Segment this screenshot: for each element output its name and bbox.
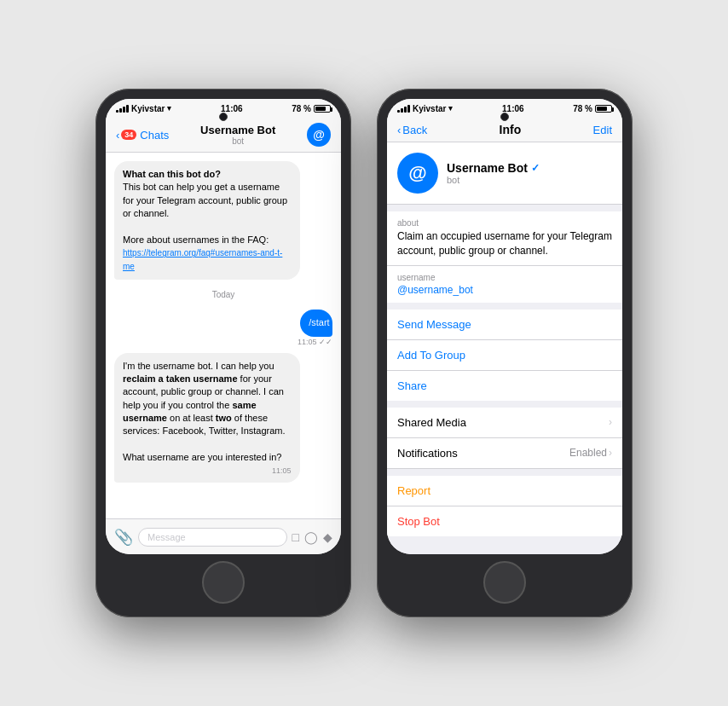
stop-bot-action[interactable]: Stop Bot [387, 506, 622, 536]
notifications-status: Enabled [569, 447, 607, 459]
sent-time: 11:05 ✓✓ [298, 338, 332, 346]
signal-icon-right [397, 105, 410, 113]
sent-text: /start [309, 317, 329, 327]
bot-info: Username Bot ✓ bot [447, 161, 540, 185]
battery-icon-right [595, 105, 612, 113]
message-1: What can this bot do? This bot can help … [114, 161, 300, 280]
input-icons: □ ◯ ◆ [292, 530, 332, 544]
info-nav: ‹ Back Info Edit [387, 118, 622, 142]
about-row: about Claim an occupied username for you… [387, 211, 622, 266]
chat-subtitle: bot [200, 136, 275, 146]
chevron-icon-media: › [609, 416, 612, 428]
bot-type: bot [447, 175, 540, 185]
battery-icon-left [314, 105, 331, 113]
msg2-bold3: two [216, 413, 232, 423]
input-bar: 📎 Message □ ◯ ◆ [106, 518, 341, 554]
info-title: Info [500, 123, 522, 136]
back-label-left: Chats [140, 129, 169, 142]
shared-media-value: › [609, 416, 612, 428]
msg2-question: What username are you interested in? [123, 452, 282, 462]
report-action[interactable]: Report [387, 476, 622, 506]
message-input[interactable]: Message [138, 528, 287, 547]
msg1-text: This bot can help you get a username for… [123, 182, 287, 218]
clock-icon[interactable]: ◯ [304, 530, 318, 544]
time-right: 11:06 [502, 104, 524, 113]
wifi-icon: ▾ [167, 104, 171, 113]
nav-rows-section: Shared Media › Notifications Enabled › [387, 408, 622, 469]
notifications-label: Notifications [397, 447, 458, 460]
notifications-value: Enabled › [569, 447, 612, 459]
about-value: Claim an occupied username for your Tele… [397, 229, 612, 258]
status-bar-left: Kyivstar ▾ 11:06 78 % [106, 99, 341, 118]
carrier-right: Kyivstar [413, 104, 446, 113]
nav-bar-left: ‹ 34 Chats Username Bot bot @ [106, 118, 341, 153]
add-to-group-action[interactable]: Add To Group [387, 340, 622, 371]
home-button-left[interactable] [202, 561, 245, 604]
edit-button[interactable]: Edit [593, 124, 612, 136]
nav-title-left: Username Bot bot [200, 124, 275, 146]
username-label: username [397, 273, 612, 282]
danger-section: Report Stop Bot [387, 476, 622, 536]
signal-icon [116, 105, 129, 113]
bot-avatar: @ [397, 153, 438, 194]
chat-area: What can this bot do? This bot can help … [106, 153, 341, 518]
shared-media-row[interactable]: Shared Media › [387, 408, 622, 438]
send-message-action[interactable]: Send Message [387, 310, 622, 340]
message-received-2: I'm the username bot. I can help you rec… [114, 353, 300, 483]
msg1-bold: What can this bot do? [123, 169, 221, 179]
verified-badge: ✓ [531, 162, 540, 174]
msg2-pre: I'm the username bot. I can help you [123, 361, 274, 371]
status-bar-right: Kyivstar ▾ 11:06 78 % [387, 99, 622, 118]
msg2-bold1: reclaim a taken username [123, 373, 238, 384]
input-placeholder: Message [147, 532, 186, 542]
info-header: @ Username Bot ✓ bot [387, 142, 622, 205]
username-row: username @username_bot [387, 266, 622, 303]
chevron-icon-notif: › [609, 447, 612, 459]
username-value[interactable]: @username_bot [397, 284, 612, 296]
phones-container: Kyivstar ▾ 11:06 78 % ‹ 34 Chats Usernam… [95, 89, 633, 617]
bot-name: Username Bot [447, 161, 528, 175]
msg1-faq: More about usernames in the FAQ: [123, 234, 269, 245]
wifi-icon-right: ▾ [448, 104, 453, 113]
carrier-left: Kyivstar [131, 104, 165, 113]
date-separator: Today [114, 290, 332, 299]
share-action[interactable]: Share [387, 371, 622, 401]
msg2-end: on at least [167, 413, 216, 423]
chat-title: Username Bot [200, 124, 275, 136]
back-button-right[interactable]: ‹ Back [397, 124, 427, 136]
msg1-link[interactable]: https://telegram.org/faq#usernames-and-t… [123, 248, 282, 270]
bot-name-row: Username Bot ✓ [447, 161, 540, 175]
msg2-time: 11:05 [123, 466, 292, 477]
chat-badge: 34 [121, 130, 136, 140]
attach-icon[interactable]: 📎 [114, 528, 133, 547]
shared-media-label: Shared Media [397, 416, 466, 429]
info-screen: @ Username Bot ✓ bot about Claim an occu… [387, 142, 622, 554]
battery-pct-right: 78 % [573, 104, 592, 113]
actions-section: Send Message Add To Group Share [387, 310, 622, 401]
time-left: 11:06 [221, 104, 243, 113]
message-sent: /start [300, 310, 332, 336]
about-section: about Claim an occupied username for you… [387, 211, 622, 303]
at-button[interactable]: @ [307, 123, 331, 147]
mic-icon[interactable]: ◆ [323, 530, 332, 544]
sticker-icon[interactable]: □ [292, 530, 299, 544]
phone-left-screen: Kyivstar ▾ 11:06 78 % ‹ 34 Chats Usernam… [106, 99, 341, 554]
home-button-right[interactable] [483, 561, 526, 604]
battery-pct-left: 78 % [292, 104, 311, 113]
phone-right: Kyivstar ▾ 11:06 78 % ‹ Back Info Edit [377, 89, 633, 617]
phone-right-screen: Kyivstar ▾ 11:06 78 % ‹ Back Info Edit [387, 99, 622, 554]
phone-left: Kyivstar ▾ 11:06 78 % ‹ 34 Chats Usernam… [95, 89, 351, 617]
back-button-left[interactable]: ‹ 34 Chats [116, 129, 169, 142]
back-label-right: Back [402, 124, 427, 136]
notifications-row[interactable]: Notifications Enabled › [387, 438, 622, 469]
about-label: about [397, 218, 612, 228]
